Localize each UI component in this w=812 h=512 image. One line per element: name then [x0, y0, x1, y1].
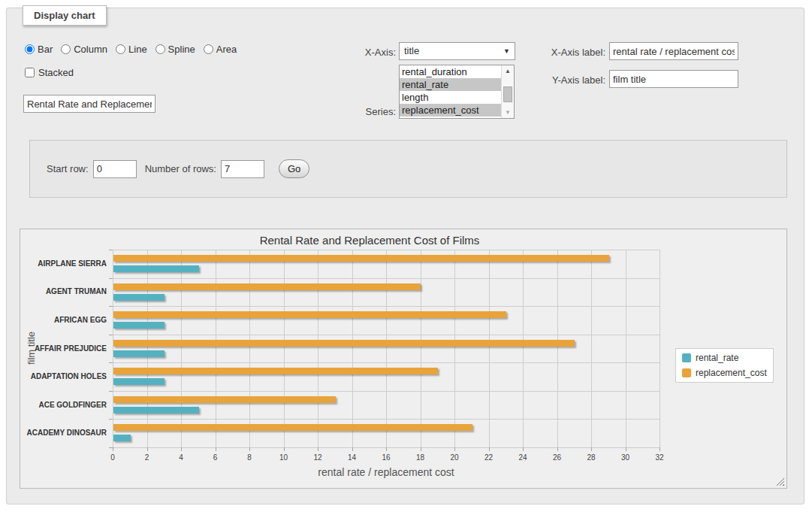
series-option-rental_duration[interactable]: rental_duration	[400, 65, 501, 78]
bar-replacement_cost	[113, 311, 506, 318]
x-axis-tick-label: 2	[136, 453, 158, 462]
x-axis-label-input[interactable]	[609, 42, 738, 60]
category-label: ADAPTATION HOLES	[15, 372, 107, 381]
x-axis-tick	[489, 447, 490, 451]
x-axis-tick	[660, 447, 660, 451]
x-axis-tick-label: 28	[580, 453, 602, 462]
chart-type-option-spline: Spline	[155, 44, 195, 55]
category-label: ACADEMY DINOSAUR	[15, 429, 107, 438]
gridline-vertical	[421, 250, 421, 447]
x-axis-tick-label: 4	[170, 453, 192, 462]
chart-x-axis-title: rental rate / replacement cost	[113, 466, 660, 478]
scroll-up-icon[interactable]: ▲	[502, 65, 514, 77]
x-axis-select[interactable]: title ▼	[399, 42, 515, 60]
x-axis-select-value: title	[404, 43, 419, 59]
chart-type-option-bar: Bar	[25, 44, 53, 55]
x-axis-tick-label: 26	[546, 453, 569, 462]
bar-replacement_cost	[113, 424, 472, 431]
chart-type-radio-bar[interactable]	[25, 44, 35, 54]
start-row-label: Start row:	[47, 163, 89, 174]
x-axis-tick	[318, 447, 318, 451]
legend-label: rental_rate	[696, 353, 738, 363]
gridline-vertical	[181, 250, 182, 447]
gridline-vertical	[352, 250, 353, 447]
chart-type-radio-column[interactable]	[61, 44, 71, 54]
chart-type-radio-label: Spline	[168, 44, 195, 55]
gridline-vertical	[147, 250, 148, 447]
stacked-row: Stacked	[25, 67, 74, 78]
start-row-input[interactable]	[93, 160, 137, 178]
bar-replacement_cost	[113, 283, 421, 290]
chart-type-radio-label: Area	[216, 44, 237, 55]
chart-type-radio-line[interactable]	[116, 44, 125, 54]
resize-handle-icon[interactable]	[776, 477, 784, 486]
number-of-rows-input[interactable]	[221, 160, 264, 178]
gridline-vertical	[216, 250, 216, 447]
series-option-rental_rate[interactable]: rental_rate	[400, 78, 501, 91]
y-axis-label-field-label: Y-Axis label:	[531, 74, 605, 86]
gridline-vertical	[386, 250, 387, 447]
x-axis-tick-label: 0	[101, 453, 124, 462]
scroll-thumb[interactable]	[503, 86, 512, 102]
x-axis-tick-label: 8	[238, 453, 261, 462]
gridline-vertical	[660, 250, 660, 447]
gridline-vertical	[489, 250, 490, 447]
gridline-vertical	[454, 250, 455, 447]
chart-title-input[interactable]	[23, 95, 155, 113]
x-axis-tick	[523, 447, 524, 451]
x-axis-tick	[421, 447, 421, 451]
chart-type-option-column: Column	[61, 44, 107, 55]
series-scrollbar[interactable]: ▲ ▼	[501, 65, 514, 118]
display-chart-fieldset: Display chart BarColumnLineSplineArea St…	[6, 8, 804, 504]
series-listbox[interactable]: rental_durationrental_ratelengthreplacem…	[399, 65, 515, 119]
bar-rental_rate	[113, 378, 165, 385]
x-axis-tick-label: 18	[409, 453, 432, 462]
x-axis-tick-label: 20	[443, 453, 466, 462]
series-label: Series:	[345, 106, 396, 117]
legend-label: replacement_cost	[696, 368, 767, 378]
x-axis-tick-label: 12	[306, 453, 329, 462]
gridline-vertical	[318, 250, 318, 447]
bar-replacement_cost	[113, 255, 609, 262]
legend-item-rental_rate[interactable]: rental_rate	[682, 353, 767, 363]
chart-type-radio-label: Column	[74, 44, 107, 55]
x-axis-tick	[626, 447, 626, 451]
x-axis-tick-label: 22	[478, 453, 500, 462]
chart-type-option-line: Line	[116, 44, 147, 55]
scroll-down-icon[interactable]: ▼	[502, 107, 514, 118]
chart-type-option-area: Area	[204, 44, 237, 55]
category-label: AGENT TRUMAN	[15, 287, 107, 296]
x-axis-tick	[454, 447, 455, 451]
fieldset-legend: Display chart	[23, 5, 107, 26]
legend-swatch	[682, 353, 691, 362]
gridline-vertical	[557, 250, 558, 447]
chart-type-radio-spline[interactable]	[155, 44, 165, 54]
legend-swatch	[682, 368, 691, 377]
x-axis-tick	[557, 447, 558, 451]
x-axis-tick-label: 30	[614, 453, 637, 462]
x-axis-tick-label: 24	[512, 453, 534, 462]
chart-type-radio-label: Bar	[38, 44, 53, 55]
chart-type-radio-group: BarColumnLineSplineArea	[25, 44, 237, 55]
series-option-replacement_cost[interactable]: replacement_cost	[400, 104, 501, 117]
chart-legend: rental_ratereplacement_cost	[675, 348, 774, 383]
bar-rental_rate	[113, 350, 165, 357]
gridline-vertical	[284, 250, 285, 447]
rows-panel: Start row: Number of rows: Go	[29, 140, 787, 198]
bar-replacement_cost	[113, 396, 336, 403]
x-axis-tick	[352, 447, 353, 451]
series-option-length[interactable]: length	[400, 91, 501, 104]
bar-rental_rate	[113, 435, 131, 441]
bar-replacement_cost	[113, 340, 575, 347]
bar-rental_rate	[113, 294, 165, 301]
x-axis-tick	[216, 447, 216, 451]
chart-type-radio-area[interactable]	[204, 44, 213, 54]
chart-title: Rental Rate and Replacement Cost of Film…	[20, 234, 719, 247]
go-button[interactable]: Go	[279, 159, 309, 178]
stacked-checkbox[interactable]	[25, 68, 35, 77]
legend-item-replacement_cost[interactable]: replacement_cost	[682, 368, 767, 378]
y-axis-label-input[interactable]	[609, 70, 738, 88]
stacked-label: Stacked	[38, 67, 74, 78]
chevron-down-icon: ▼	[503, 43, 510, 59]
x-axis-tick	[284, 447, 285, 451]
